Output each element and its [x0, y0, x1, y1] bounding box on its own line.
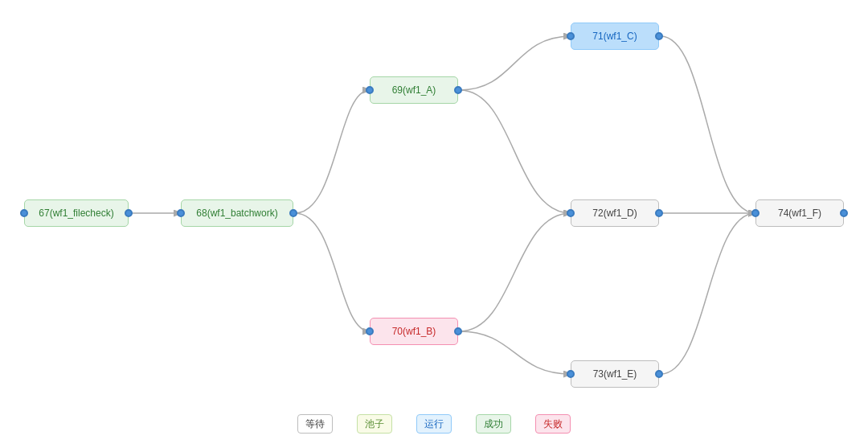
legend-box: 运行	[416, 414, 452, 434]
node-right-dot	[655, 209, 663, 217]
node-right-dot	[454, 327, 462, 335]
legend-box: 等待	[297, 414, 333, 434]
node-right-dot	[289, 209, 297, 217]
node-right-dot	[454, 86, 462, 94]
node-n70[interactable]: 70(wf1_B)	[370, 318, 458, 345]
node-left-dot	[366, 86, 374, 94]
legend-item: 运行	[416, 414, 452, 434]
node-label: 74(wf1_F)	[778, 208, 821, 219]
node-label: 68(wf1_batchwork)	[196, 208, 277, 219]
node-label: 71(wf1_C)	[592, 31, 637, 42]
node-left-dot	[366, 327, 374, 335]
legend-item: 池子	[357, 414, 392, 434]
legend-item: 等待	[297, 414, 333, 434]
legend-item: 失败	[535, 414, 571, 434]
node-left-dot	[177, 209, 185, 217]
legend-box: 失败	[535, 414, 571, 434]
node-right-dot	[840, 209, 848, 217]
node-label: 67(wf1_filecheck)	[39, 208, 113, 219]
node-label: 70(wf1_B)	[392, 326, 436, 337]
node-n72[interactable]: 72(wf1_D)	[571, 199, 659, 227]
node-n69[interactable]: 69(wf1_A)	[370, 76, 458, 104]
node-n68[interactable]: 68(wf1_batchwork)	[181, 199, 293, 227]
node-left-dot	[567, 209, 575, 217]
node-right-dot	[655, 32, 663, 40]
legend-box: 池子	[357, 414, 392, 434]
legend-item: 成功	[476, 414, 511, 434]
legend-box: 成功	[476, 414, 511, 434]
node-n74[interactable]: 74(wf1_F)	[755, 199, 844, 227]
node-left-dot	[20, 209, 28, 217]
legend: 等待池子运行成功失败	[297, 414, 571, 434]
node-left-dot	[567, 32, 575, 40]
node-n71[interactable]: 71(wf1_C)	[571, 23, 659, 50]
node-left-dot	[751, 209, 760, 217]
node-n67[interactable]: 67(wf1_filecheck)	[24, 199, 129, 227]
node-label: 73(wf1_E)	[593, 368, 637, 380]
node-label: 69(wf1_A)	[392, 84, 436, 96]
node-left-dot	[567, 370, 575, 378]
node-right-dot	[125, 209, 133, 217]
node-right-dot	[655, 370, 663, 378]
node-n73[interactable]: 73(wf1_E)	[571, 360, 659, 388]
node-label: 72(wf1_D)	[592, 208, 637, 219]
